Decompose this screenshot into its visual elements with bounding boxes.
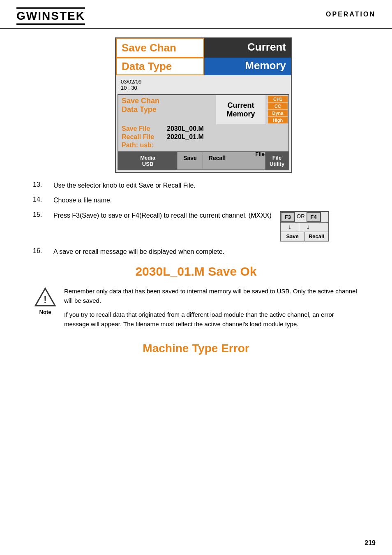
save-file-value: 2030L_00.M — [167, 125, 204, 132]
step-15-num: 15. — [33, 211, 53, 242]
save-file-row: Save File 2030L_00.M — [122, 125, 285, 132]
recall-file-row: Recall File 2020L_01.M — [122, 133, 285, 141]
logo: GWINSTEK — [16, 7, 85, 25]
btn-cc: CC — [268, 103, 288, 109]
ui-panel: Save Chan Current Data Type Memory 03/02… — [115, 37, 292, 173]
f4-box: F4 — [307, 212, 321, 222]
note-label: Note — [33, 309, 58, 315]
step-14-num: 14. — [33, 196, 53, 205]
inner-memory: Memory — [226, 110, 255, 118]
note-icon: ! Note — [33, 287, 58, 315]
inner-save-chan: Save Chan — [122, 97, 213, 105]
inner-data-type: Data Type — [122, 105, 213, 114]
btn-media[interactable]: MediaUSB — [118, 152, 178, 170]
btn-high: High — [268, 117, 288, 123]
inner-right-buttons: CH1 CC Dyna High — [265, 95, 288, 124]
f3-box: F3 — [281, 212, 295, 222]
save-file-label: Save File — [122, 125, 167, 132]
f-diagram: F3 OR F4 ↓ ↓ Save Recall — [280, 211, 329, 242]
panel-data-type: Data Type — [116, 58, 204, 75]
note-text-2: If you try to recall data that originate… — [64, 310, 359, 329]
step-14-text: Choose a file name. — [53, 196, 112, 205]
path-row: Path: usb: — [122, 142, 285, 149]
f3-arrow: ↓ — [281, 223, 299, 232]
recall-file-value: 2020L_01.M — [167, 133, 204, 141]
step-16-num: 16. — [33, 247, 53, 256]
recall-file-label: Recall File — [122, 133, 167, 141]
inner-current: Current — [227, 101, 254, 110]
page-header: GWINSTEK OPERATION — [0, 0, 392, 29]
f4-arrow: ↓ — [299, 223, 317, 232]
step-13: 13. Use the selector knob to edit Save o… — [33, 181, 359, 190]
step-16-text: A save or recall message will be display… — [53, 247, 224, 256]
panel-second-row: Data Type Memory — [116, 58, 291, 75]
inner-right: Current Memory — [216, 95, 265, 124]
btn-ch1: CH1 — [268, 96, 288, 102]
or-text: OR — [295, 212, 307, 222]
note-section: ! Note Remember only data that has been … — [33, 287, 359, 334]
page-number: 219 — [364, 539, 376, 547]
step-15-text: Press F3(Save) to save or F4(Recall) to … — [53, 211, 272, 242]
step-13-num: 13. — [33, 181, 53, 190]
path-label: Path: usb: — [122, 142, 154, 149]
warning-triangle-icon: ! — [35, 287, 56, 308]
timestamp-date: 03/02/09 — [121, 79, 286, 85]
steps-list: 13. Use the selector knob to edit Save o… — [33, 181, 359, 256]
f-recall-label: Recall — [304, 232, 328, 241]
main-content: Save Chan Current Data Type Memory 03/02… — [0, 29, 392, 372]
panel-save-chan: Save Chan — [116, 38, 204, 58]
panel-current: Current — [204, 38, 291, 58]
note-text-1: Remember only data that has been saved t… — [64, 287, 359, 305]
svg-text:!: ! — [44, 294, 47, 305]
save-ok-message: 2030L_01.M Save Ok — [16, 265, 376, 279]
btn-save[interactable]: Save — [178, 152, 203, 170]
btn-file-utility[interactable]: FileUtility — [265, 152, 288, 170]
panel-header-row: Save Chan Current — [116, 38, 291, 58]
inner-top-row: Save Chan Data Type Current Memory CH1 C… — [118, 95, 288, 124]
panel-memory: Memory — [204, 58, 291, 75]
step-14: 14. Choose a file name. — [33, 196, 359, 205]
file-right-label: File — [256, 151, 265, 157]
f-save-label: Save — [281, 232, 305, 241]
machine-type-error: Machine Type Error — [16, 342, 376, 355]
step-16: 16. A save or recall message will be dis… — [33, 247, 359, 256]
note-text-block: Remember only data that has been saved t… — [64, 287, 359, 334]
panel-timestamp: 03/02/09 10 : 30 — [116, 75, 291, 93]
inner-panel: Save Chan Data Type Current Memory CH1 C… — [118, 94, 289, 170]
file-rows: Save File 2030L_00.M Recall File 2020L_0… — [118, 124, 288, 151]
step-13-text: Use the selector knob to edit Save or Re… — [53, 181, 196, 190]
timestamp-time: 10 : 30 — [121, 85, 286, 91]
btn-dyna: Dyna — [268, 110, 288, 116]
section-label: OPERATION — [326, 7, 376, 18]
inner-left: Save Chan Data Type — [118, 95, 216, 124]
step-15: 15. Press F3(Save) to save or F4(Recall)… — [33, 211, 359, 242]
